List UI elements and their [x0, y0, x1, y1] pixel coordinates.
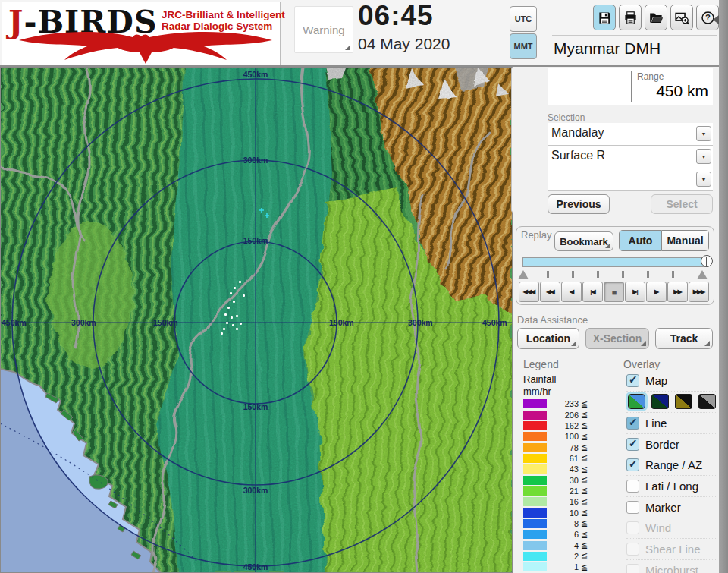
replay-label: Replay — [521, 229, 551, 241]
rain-echo — [232, 324, 234, 326]
fast-forward-button[interactable]: ▶▶ — [667, 282, 688, 302]
fastest-forward-button[interactable]: ▶▶▶ — [689, 282, 709, 302]
overlay-option-map[interactable]: ✓Map — [626, 370, 716, 392]
overlay-options: ✓Map✓Line✓Border✓Range / AZLati / LongMa… — [626, 370, 716, 573]
divider — [552, 35, 717, 36]
checkbox[interactable] — [626, 501, 639, 514]
rain-echo — [228, 307, 230, 309]
overlay-option-microburst[interactable]: Microburst — [626, 560, 716, 573]
collapse-panel-icon[interactable] — [713, 15, 719, 24]
mmt-button[interactable]: MMT — [510, 33, 537, 59]
legend-row: 8≦ — [523, 518, 596, 529]
legend-value: 16 — [556, 497, 579, 506]
legend-comparator: ≦ — [581, 518, 588, 528]
map-style-gray[interactable] — [698, 394, 716, 409]
map-style-dark[interactable] — [651, 394, 669, 409]
chevron-down-icon[interactable]: ▼ — [696, 149, 711, 164]
radar-map[interactable]: 450km300km150km150km300km450km450km300km… — [0, 67, 513, 573]
legend-comparator: ≦ — [581, 551, 588, 561]
checkbox[interactable] — [626, 564, 639, 573]
legend-value: 2 — [556, 552, 579, 561]
select-button[interactable]: Select — [651, 194, 713, 214]
warning-button[interactable]: Warning — [294, 6, 353, 53]
bookmark-button[interactable]: Bookmark — [554, 231, 613, 251]
track-button[interactable]: Track — [655, 328, 713, 349]
header: J-BIRDS JRC-Brilliant & Intelligent Rada… — [0, 0, 728, 67]
slider-tick — [622, 271, 624, 278]
legend-comparator: ≦ — [581, 486, 588, 496]
save-button[interactable] — [593, 5, 616, 30]
legend-value: 100 — [556, 432, 579, 441]
selection-dropdown-1[interactable]: Surface R▼ — [548, 146, 713, 168]
capture-add-button[interactable] — [670, 5, 693, 30]
checkbox[interactable]: ✓ — [626, 458, 639, 471]
replay-slider[interactable] — [522, 257, 708, 267]
control-panel: Range 450 km Selection Mandalay▼Surface … — [513, 67, 719, 573]
ring-label: 450km — [482, 318, 507, 327]
replay-panel: Replay Bookmark Auto Manual ◀◀◀◀◀◀|◀■▶|▶… — [516, 226, 714, 305]
data-assistance-buttons: LocationX-SectionTrack — [517, 328, 714, 349]
x-section-button[interactable]: X-Section — [585, 328, 649, 349]
checkbox[interactable] — [626, 543, 639, 556]
slider-end-marker — [697, 270, 708, 279]
fast-rewind-button[interactable]: ◀◀◀ — [519, 282, 539, 302]
checkbox[interactable] — [626, 521, 639, 534]
legend-color-swatch — [523, 421, 547, 430]
overlay-option-lati-long[interactable]: Lati / Long — [626, 476, 716, 497]
legend-color-swatch — [523, 411, 547, 420]
slider-tick — [647, 271, 649, 278]
map-style-terrain[interactable] — [628, 394, 645, 409]
checkbox[interactable]: ✓ — [626, 374, 639, 387]
rain-echo — [230, 292, 232, 294]
overlay-option-border[interactable]: ✓Border — [626, 434, 716, 455]
map-style-olive[interactable] — [675, 394, 692, 409]
ring-label: 150km — [329, 318, 354, 327]
playback-controls: ◀◀◀◀◀◀|◀■▶|▶▶▶▶▶▶ — [519, 282, 709, 302]
overlay-option-shear-line[interactable]: Shear Line — [626, 539, 716, 560]
chevron-down-icon[interactable]: ▼ — [696, 126, 711, 141]
legend-color-swatch — [523, 508, 547, 518]
check-icon: ✓ — [629, 373, 638, 386]
previous-button[interactable]: Previous — [548, 194, 610, 214]
play-button[interactable]: ▶ — [646, 282, 667, 302]
auto-button[interactable]: Auto — [619, 230, 662, 251]
rain-echo — [231, 316, 233, 319]
selection-dropdown-2[interactable]: ▼ — [548, 168, 713, 191]
slider-tick — [547, 271, 549, 278]
legend-value: 162 — [556, 421, 579, 430]
slider-tick — [672, 271, 674, 278]
overlay-option-wind[interactable]: Wind — [626, 518, 716, 540]
location-button[interactable]: Location — [517, 328, 579, 349]
rain-echo — [240, 323, 242, 325]
dropdown-value: Surface R — [551, 149, 605, 162]
chevron-down-icon[interactable]: ▼ — [696, 172, 711, 187]
legend-row: 61≦ — [523, 453, 596, 464]
overlay-option-range-az[interactable]: ✓Range / AZ — [626, 455, 716, 477]
legend-color-swatch — [523, 432, 547, 441]
legend-value: 30 — [556, 476, 579, 485]
eagle-logo-icon — [5, 31, 277, 65]
rain-echo — [221, 332, 223, 335]
checkbox[interactable]: ✓ — [626, 417, 639, 430]
selection-dropdown-0[interactable]: Mandalay▼ — [548, 123, 713, 146]
stop-button[interactable]: ■ — [604, 282, 624, 302]
utc-button[interactable]: UTC — [510, 6, 537, 32]
overlay-option-label: Line — [645, 417, 667, 430]
legend-value: 8 — [556, 519, 579, 528]
checkbox[interactable]: ✓ — [626, 438, 639, 451]
rewind-button[interactable]: ◀◀ — [540, 282, 560, 302]
check-icon: ✓ — [629, 416, 638, 428]
print-button[interactable] — [619, 5, 642, 30]
overlay-option-line[interactable]: ✓Line — [626, 413, 716, 434]
overlay-option-marker[interactable]: Marker — [626, 497, 716, 518]
checkbox[interactable] — [626, 480, 639, 493]
replay-slider-thumb[interactable] — [701, 255, 713, 267]
capture-add-icon — [675, 11, 689, 25]
step-back-button[interactable]: |◀ — [582, 282, 603, 302]
play-reverse-button[interactable]: ◀ — [561, 282, 582, 302]
selection-dropdowns: Mandalay▼Surface R▼▼ — [548, 123, 713, 191]
open-folder-button[interactable] — [645, 5, 667, 30]
legend-row: 162≦ — [523, 420, 596, 431]
manual-button[interactable]: Manual — [662, 230, 709, 251]
step-forward-button[interactable]: ▶| — [625, 282, 645, 302]
